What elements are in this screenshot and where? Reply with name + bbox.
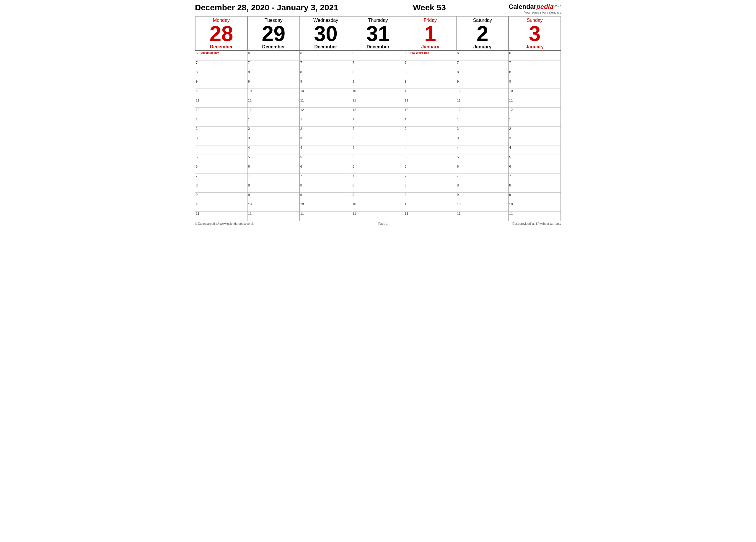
- time-row-3-10[interactable]: 4: [352, 146, 404, 155]
- time-row-3-5[interactable]: 11: [352, 98, 404, 108]
- time-row-5-11[interactable]: 5: [456, 155, 508, 164]
- time-row-2-10[interactable]: 4: [300, 146, 352, 155]
- time-row-0-0[interactable]: 6Substitute day: [195, 51, 247, 61]
- time-row-4-13[interactable]: 7: [404, 174, 456, 183]
- time-row-5-8[interactable]: 2: [456, 127, 508, 136]
- time-row-4-5[interactable]: 11: [404, 98, 456, 108]
- time-row-4-3[interactable]: 9: [404, 79, 456, 89]
- time-row-4-14[interactable]: 8: [404, 183, 456, 193]
- time-row-6-14[interactable]: 8: [509, 183, 561, 193]
- time-row-3-12[interactable]: 6: [352, 164, 404, 174]
- time-row-1-8[interactable]: 2: [247, 127, 299, 136]
- time-row-1-2[interactable]: 8: [247, 70, 299, 79]
- time-row-1-12[interactable]: 6: [247, 164, 299, 174]
- time-row-2-16[interactable]: 10: [300, 202, 352, 212]
- time-row-6-8[interactable]: 2: [509, 127, 561, 136]
- time-row-0-7[interactable]: 1: [195, 117, 247, 127]
- time-row-0-14[interactable]: 8: [195, 183, 247, 193]
- time-row-2-7[interactable]: 1: [300, 117, 352, 127]
- time-row-4-12[interactable]: 6: [404, 164, 456, 174]
- time-row-6-2[interactable]: 8: [509, 70, 561, 79]
- time-row-5-16[interactable]: 10: [456, 202, 508, 212]
- time-row-1-14[interactable]: 8: [247, 183, 299, 193]
- time-row-6-3[interactable]: 9: [509, 79, 561, 89]
- time-row-1-16[interactable]: 10: [247, 202, 299, 212]
- time-row-2-2[interactable]: 8: [300, 70, 352, 79]
- time-row-0-15[interactable]: 9: [195, 193, 247, 202]
- time-row-5-2[interactable]: 8: [456, 70, 508, 79]
- time-row-2-15[interactable]: 9: [300, 193, 352, 202]
- time-row-2-0[interactable]: 6: [300, 51, 352, 61]
- time-row-0-16[interactable]: 10: [195, 202, 247, 212]
- time-row-5-9[interactable]: 3: [456, 136, 508, 146]
- time-row-6-6[interactable]: 12: [509, 108, 561, 117]
- time-row-6-4[interactable]: 10: [509, 89, 561, 98]
- time-row-2-1[interactable]: 7: [300, 61, 352, 70]
- time-row-2-4[interactable]: 10: [300, 89, 352, 98]
- time-row-6-13[interactable]: 7: [509, 174, 561, 183]
- time-row-5-12[interactable]: 6: [456, 164, 508, 174]
- time-row-4-17[interactable]: 11: [404, 212, 456, 221]
- time-row-3-13[interactable]: 7: [352, 174, 404, 183]
- time-row-0-6[interactable]: 12: [195, 108, 247, 117]
- time-row-4-11[interactable]: 5: [404, 155, 456, 164]
- time-row-0-11[interactable]: 5: [195, 155, 247, 164]
- time-row-3-17[interactable]: 11: [352, 212, 404, 221]
- time-row-3-1[interactable]: 7: [352, 61, 404, 70]
- time-row-1-0[interactable]: 6: [247, 51, 299, 61]
- time-row-3-7[interactable]: 1: [352, 117, 404, 127]
- time-row-0-5[interactable]: 11: [195, 98, 247, 108]
- time-row-0-13[interactable]: 7: [195, 174, 247, 183]
- time-row-4-15[interactable]: 9: [404, 193, 456, 202]
- time-row-5-15[interactable]: 9: [456, 193, 508, 202]
- time-row-1-11[interactable]: 5: [247, 155, 299, 164]
- time-row-3-4[interactable]: 10: [352, 89, 404, 98]
- time-row-0-1[interactable]: 7: [195, 61, 247, 70]
- time-row-0-9[interactable]: 3: [195, 136, 247, 146]
- time-row-5-17[interactable]: 11: [456, 212, 508, 221]
- time-row-2-12[interactable]: 6: [300, 164, 352, 174]
- time-row-2-3[interactable]: 9: [300, 79, 352, 89]
- time-row-3-15[interactable]: 9: [352, 193, 404, 202]
- time-row-2-5[interactable]: 11: [300, 98, 352, 108]
- time-row-6-15[interactable]: 9: [509, 193, 561, 202]
- time-row-6-1[interactable]: 7: [509, 61, 561, 70]
- time-row-0-2[interactable]: 8: [195, 70, 247, 79]
- time-row-1-6[interactable]: 12: [247, 108, 299, 117]
- time-row-4-8[interactable]: 2: [404, 127, 456, 136]
- time-row-6-16[interactable]: 10: [509, 202, 561, 212]
- time-row-3-14[interactable]: 8: [352, 183, 404, 193]
- time-row-6-17[interactable]: 11: [509, 212, 561, 221]
- time-row-6-9[interactable]: 3: [509, 136, 561, 146]
- time-row-2-14[interactable]: 8: [300, 183, 352, 193]
- time-row-2-11[interactable]: 5: [300, 155, 352, 164]
- time-row-3-0[interactable]: 6: [352, 51, 404, 61]
- time-row-5-0[interactable]: 6: [456, 51, 508, 61]
- time-row-6-11[interactable]: 5: [509, 155, 561, 164]
- time-row-3-16[interactable]: 10: [352, 202, 404, 212]
- time-row-6-10[interactable]: 4: [509, 146, 561, 155]
- time-row-1-17[interactable]: 11: [247, 212, 299, 221]
- time-row-5-4[interactable]: 10: [456, 89, 508, 98]
- time-row-0-12[interactable]: 6: [195, 164, 247, 174]
- time-row-1-15[interactable]: 9: [247, 193, 299, 202]
- time-row-3-3[interactable]: 9: [352, 79, 404, 89]
- time-row-5-6[interactable]: 12: [456, 108, 508, 117]
- time-row-2-6[interactable]: 12: [300, 108, 352, 117]
- time-row-6-7[interactable]: 1: [509, 117, 561, 127]
- time-row-2-17[interactable]: 11: [300, 212, 352, 221]
- time-row-1-13[interactable]: 7: [247, 174, 299, 183]
- time-row-4-4[interactable]: 10: [404, 89, 456, 98]
- time-row-1-3[interactable]: 9: [247, 79, 299, 89]
- time-row-6-5[interactable]: 11: [509, 98, 561, 108]
- time-row-4-2[interactable]: 8: [404, 70, 456, 79]
- time-row-3-11[interactable]: 5: [352, 155, 404, 164]
- time-row-1-4[interactable]: 10: [247, 89, 299, 98]
- time-row-4-6[interactable]: 12: [404, 108, 456, 117]
- time-row-4-10[interactable]: 4: [404, 146, 456, 155]
- time-row-5-7[interactable]: 1: [456, 117, 508, 127]
- time-row-2-13[interactable]: 7: [300, 174, 352, 183]
- time-row-5-10[interactable]: 4: [456, 146, 508, 155]
- time-row-6-12[interactable]: 6: [509, 164, 561, 174]
- time-row-0-17[interactable]: 11: [195, 212, 247, 221]
